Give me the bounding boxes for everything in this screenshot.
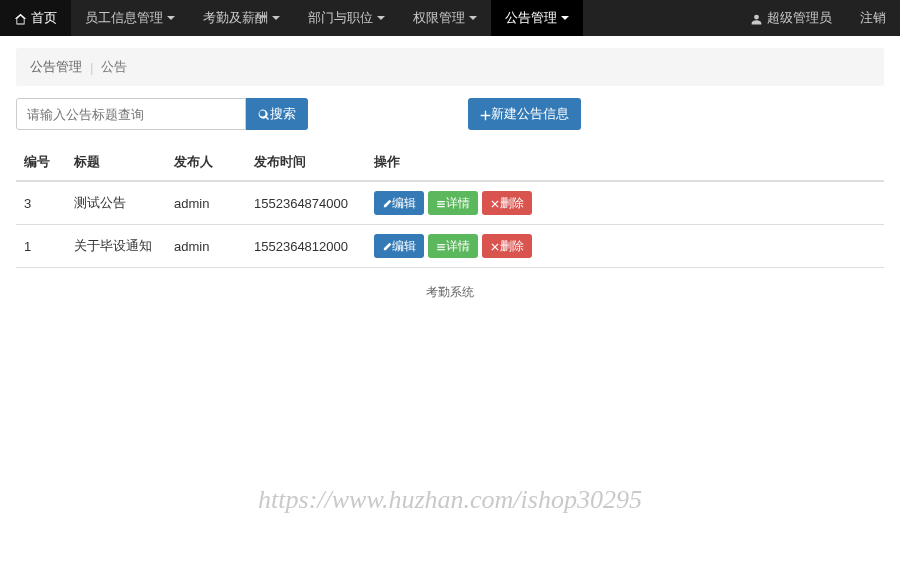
- list-icon: [436, 239, 446, 253]
- nav-home[interactable]: 首页: [0, 0, 71, 36]
- main-container: 公告管理 | 公告 搜索 新建公告信息 编号 标题 发布人: [0, 36, 900, 329]
- th-title: 标题: [66, 144, 166, 181]
- th-time: 发布时间: [246, 144, 366, 181]
- search-group: 搜索: [16, 98, 308, 130]
- search-button-label: 搜索: [270, 105, 296, 123]
- nav-item-label: 部门与职位: [308, 9, 373, 27]
- cell-time: 1552364812000: [246, 225, 366, 268]
- edit-button[interactable]: 编辑: [374, 191, 424, 215]
- search-button[interactable]: 搜索: [246, 98, 308, 130]
- delete-label: 删除: [500, 195, 524, 212]
- cell-id: 1: [16, 225, 66, 268]
- detail-label: 详情: [446, 195, 470, 212]
- list-icon: [436, 196, 446, 210]
- pencil-icon: [382, 239, 392, 253]
- cell-actions: 编辑详情删除: [366, 181, 884, 225]
- chevron-down-icon: [167, 16, 175, 20]
- nav-right: 超级管理员 注销: [736, 0, 900, 36]
- breadcrumb-separator: |: [90, 60, 93, 75]
- navbar: 首页 员工信息管理考勤及薪酬部门与职位权限管理公告管理 超级管理员 注销: [0, 0, 900, 36]
- cell-author: admin: [166, 225, 246, 268]
- footer: 考勤系统: [16, 268, 884, 317]
- table-row: 3测试公告admin1552364874000编辑详情删除: [16, 181, 884, 225]
- delete-label: 删除: [500, 238, 524, 255]
- nav-user-label: 超级管理员: [767, 9, 832, 27]
- detail-label: 详情: [446, 238, 470, 255]
- nav-item-1[interactable]: 考勤及薪酬: [189, 0, 294, 36]
- user-icon: [750, 10, 763, 25]
- chevron-down-icon: [377, 16, 385, 20]
- delete-button[interactable]: 删除: [482, 191, 532, 215]
- close-icon: [490, 239, 500, 253]
- cell-actions: 编辑详情删除: [366, 225, 884, 268]
- th-id: 编号: [16, 144, 66, 181]
- nav-item-label: 公告管理: [505, 9, 557, 27]
- cell-author: admin: [166, 181, 246, 225]
- breadcrumb: 公告管理 | 公告: [16, 48, 884, 86]
- nav-logout[interactable]: 注销: [846, 0, 900, 36]
- cell-title: 测试公告: [66, 181, 166, 225]
- nav-item-0[interactable]: 员工信息管理: [71, 0, 189, 36]
- th-actions: 操作: [366, 144, 884, 181]
- detail-button[interactable]: 详情: [428, 234, 478, 258]
- delete-button[interactable]: 删除: [482, 234, 532, 258]
- edit-button[interactable]: 编辑: [374, 234, 424, 258]
- nav-left: 首页 员工信息管理考勤及薪酬部门与职位权限管理公告管理: [0, 0, 583, 36]
- pencil-icon: [382, 196, 392, 210]
- create-button[interactable]: 新建公告信息: [468, 98, 581, 130]
- cell-time: 1552364874000: [246, 181, 366, 225]
- close-icon: [490, 196, 500, 210]
- nav-item-3[interactable]: 权限管理: [399, 0, 491, 36]
- plus-icon: [480, 107, 491, 122]
- toolbar: 搜索 新建公告信息: [16, 98, 884, 130]
- nav-logout-label: 注销: [860, 9, 886, 27]
- chevron-down-icon: [469, 16, 477, 20]
- edit-label: 编辑: [392, 238, 416, 255]
- nav-item-label: 权限管理: [413, 9, 465, 27]
- search-icon: [258, 107, 270, 122]
- chevron-down-icon: [561, 16, 569, 20]
- announcement-table: 编号 标题 发布人 发布时间 操作 3测试公告admin155236487400…: [16, 144, 884, 268]
- detail-button[interactable]: 详情: [428, 191, 478, 215]
- table-header-row: 编号 标题 发布人 发布时间 操作: [16, 144, 884, 181]
- nav-user[interactable]: 超级管理员: [736, 0, 846, 36]
- create-button-label: 新建公告信息: [491, 105, 569, 123]
- search-input[interactable]: [16, 98, 246, 130]
- breadcrumb-current: 公告: [101, 58, 127, 76]
- chevron-down-icon: [272, 16, 280, 20]
- edit-label: 编辑: [392, 195, 416, 212]
- home-icon: [14, 10, 27, 25]
- nav-home-label: 首页: [31, 9, 57, 27]
- table-row: 1关于毕设通知admin1552364812000编辑详情删除: [16, 225, 884, 268]
- th-author: 发布人: [166, 144, 246, 181]
- nav-item-4[interactable]: 公告管理: [491, 0, 583, 36]
- nav-item-2[interactable]: 部门与职位: [294, 0, 399, 36]
- nav-item-label: 员工信息管理: [85, 9, 163, 27]
- breadcrumb-parent[interactable]: 公告管理: [30, 58, 82, 76]
- cell-title: 关于毕设通知: [66, 225, 166, 268]
- cell-id: 3: [16, 181, 66, 225]
- nav-item-label: 考勤及薪酬: [203, 9, 268, 27]
